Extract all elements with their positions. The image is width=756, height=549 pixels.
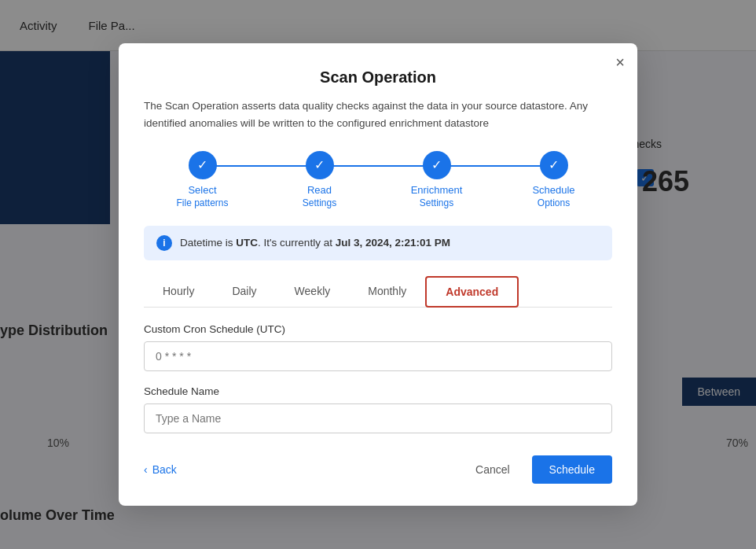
- step-select: ✓ Select File patterns: [144, 151, 261, 208]
- tab-weekly[interactable]: Weekly: [276, 276, 350, 308]
- schedule-tabs: Hourly Daily Weekly Monthly Advanced: [144, 276, 612, 308]
- cancel-button[interactable]: Cancel: [463, 457, 523, 482]
- close-button[interactable]: ×: [615, 54, 625, 70]
- schedule-name-label: Schedule Name: [144, 385, 612, 397]
- step-schedule-label: Schedule: [532, 184, 574, 197]
- modal-description: The Scan Operation asserts data quality …: [144, 98, 612, 131]
- modal-footer: ‹ Back Cancel Schedule: [144, 455, 612, 484]
- step-enrichment: ✓ Enrichment Settings: [378, 151, 495, 208]
- step-schedule-sublabel: Options: [538, 197, 570, 208]
- step-read: ✓ Read Settings: [261, 151, 378, 208]
- step-read-sublabel: Settings: [303, 197, 336, 208]
- cron-input[interactable]: [144, 341, 612, 371]
- tab-hourly[interactable]: Hourly: [144, 276, 213, 308]
- modal-title: Scan Operation: [144, 68, 612, 87]
- footer-right-actions: Cancel Schedule: [463, 455, 612, 484]
- back-chevron-icon: ‹: [144, 463, 148, 476]
- step-read-label: Read: [307, 184, 332, 197]
- step-select-label: Select: [188, 184, 216, 197]
- schedule-button[interactable]: Schedule: [532, 455, 612, 484]
- info-icon: i: [156, 235, 172, 251]
- back-label: Back: [152, 463, 177, 476]
- schedule-name-input[interactable]: [144, 403, 612, 433]
- step-enrichment-label: Enrichment: [411, 184, 463, 197]
- back-button[interactable]: ‹ Back: [144, 463, 177, 476]
- tab-monthly[interactable]: Monthly: [349, 276, 425, 308]
- schedule-name-field-group: Schedule Name: [144, 385, 612, 448]
- step-enrichment-sublabel: Settings: [420, 197, 453, 208]
- steps-container: ✓ Select File patterns ✓ Read Settings ✓…: [144, 151, 612, 208]
- info-bar: i Datetime is UTC. It's currently at Jul…: [144, 226, 612, 260]
- tab-daily[interactable]: Daily: [213, 276, 275, 308]
- step-schedule-circle: ✓: [540, 151, 568, 179]
- step-schedule: ✓ Schedule Options: [495, 151, 612, 208]
- scan-operation-modal: × Scan Operation The Scan Operation asse…: [119, 43, 637, 505]
- tab-advanced[interactable]: Advanced: [425, 276, 519, 308]
- cron-field-group: Custom Cron Schedule (UTC): [144, 323, 612, 385]
- cron-label: Custom Cron Schedule (UTC): [144, 323, 612, 335]
- step-select-circle: ✓: [189, 151, 217, 179]
- info-text: Datetime is UTC. It's currently at Jul 3…: [180, 237, 450, 249]
- step-select-sublabel: File patterns: [176, 197, 228, 208]
- modal-overlay: × Scan Operation The Scan Operation asse…: [0, 0, 756, 549]
- step-read-circle: ✓: [306, 151, 334, 179]
- step-enrichment-circle: ✓: [423, 151, 451, 179]
